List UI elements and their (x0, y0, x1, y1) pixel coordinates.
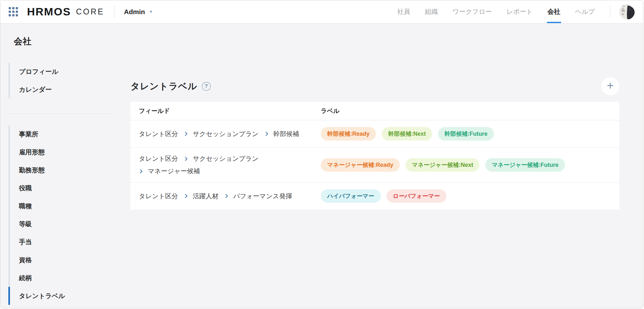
column-header-field: フィールド (130, 107, 321, 115)
sidebar-item[interactable]: 手当 (8, 233, 114, 251)
chevron-right-icon (138, 169, 143, 173)
sidebar-item[interactable]: プロフィール (8, 63, 114, 81)
talent-label-badge: 幹部候補:Future (438, 127, 494, 141)
field-segment: タレント区分 (139, 192, 178, 201)
nav-tab[interactable]: レポート (499, 0, 540, 23)
field-line: タレント区分サクセッションプラン (139, 154, 321, 163)
chevron-right-icon (183, 156, 188, 161)
talent-label-badge: マネージャー候補:Ready (321, 158, 400, 172)
sidebar-item[interactable]: 職種 (8, 197, 114, 215)
table-row[interactable]: タレント区分サクセッションプランマネージャー候補マネージャー候補:Readyマネ… (130, 148, 619, 183)
field-segment: タレント区分 (139, 154, 178, 163)
table-row[interactable]: タレント区分活躍人材パフォーマンス発揮ハイパフォーマーローパフォーマー (130, 183, 619, 210)
talent-label-badge: ハイパフォーマー (321, 189, 381, 203)
header-divider (610, 6, 610, 18)
talent-label-badge: ローパフォーマー (387, 189, 446, 203)
sidebar-group: 事業所雇用形態勤務形態役職職種等級手当資格続柄タレントラベル (8, 125, 114, 305)
badge-list: ハイパフォーマーローパフォーマー (321, 189, 613, 203)
badge-list: 幹部候補:Ready幹部候補:Next幹部候補:Future (321, 127, 613, 141)
field-breadcrumb: タレント区分サクセッションプラン幹部候補 (139, 130, 321, 138)
header-divider (114, 6, 114, 18)
settings-sidebar: プロフィールカレンダー事業所雇用形態勤務形態役職職種等級手当資格続柄タレントラベ… (8, 63, 114, 305)
sidebar-group: プロフィールカレンダー (8, 63, 114, 99)
chevron-right-icon (224, 194, 228, 198)
sidebar-item[interactable]: カレンダー (8, 81, 114, 99)
nav-tab[interactable]: ワークフロー (445, 0, 499, 23)
label-cell: マネージャー候補:Readyマネージャー候補:Nextマネージャー候補:Futu… (321, 158, 619, 172)
field-cell: タレント区分サクセッションプランマネージャー候補 (130, 154, 321, 176)
caret-down-icon: ▼ (149, 9, 153, 14)
field-breadcrumb: タレント区分活躍人材パフォーマンス発揮 (139, 192, 321, 201)
talent-label-badge: 幹部候補:Next (382, 127, 432, 141)
column-header-label: ラベル (321, 107, 619, 115)
page-title: 会社 (14, 36, 32, 47)
nav-tab[interactable]: ヘルプ (568, 0, 602, 23)
badge-list: マネージャー候補:Readyマネージャー候補:Nextマネージャー候補:Futu… (321, 158, 613, 172)
help-icon[interactable]: ? (202, 82, 211, 91)
sidebar-item[interactable]: 役職 (8, 179, 114, 197)
nav-tab[interactable]: 社員 (390, 0, 417, 23)
talent-label-badge: マネージャー候補:Future (485, 158, 565, 172)
field-segment: タレント区分 (139, 130, 178, 138)
chevron-right-icon (183, 194, 188, 198)
user-avatar[interactable] (619, 4, 635, 20)
sidebar-item[interactable]: 資格 (8, 251, 114, 269)
field-line: マネージャー候補 (139, 167, 321, 176)
field-segment: サクセッションプラン (193, 154, 259, 163)
label-cell: ハイパフォーマーローパフォーマー (321, 189, 619, 203)
avatar-image (619, 4, 635, 20)
section-title: タレントラベル (130, 80, 197, 92)
field-segment: サクセッションプラン (193, 130, 259, 138)
top-bar: HRMOS CORE Admin ▼ 社員組織ワークフローレポート会社ヘルプ (0, 0, 643, 23)
app-window: HRMOS CORE Admin ▼ 社員組織ワークフローレポート会社ヘルプ (0, 0, 643, 308)
sidebar-item[interactable]: タレントラベル (8, 287, 114, 305)
sidebar-item[interactable]: 続柄 (8, 269, 114, 287)
talent-label-table: フィールド ラベル タレント区分サクセッションプラン幹部候補幹部候補:Ready… (130, 102, 619, 210)
field-segment: パフォーマンス発揮 (233, 192, 292, 201)
sidebar-item[interactable]: 等級 (8, 215, 114, 233)
main-panel: タレントラベル ? + フィールド ラベル タレント区分サクセッションプラン幹部… (130, 63, 619, 305)
table-body: タレント区分サクセッションプラン幹部候補幹部候補:Ready幹部候補:Next幹… (130, 120, 619, 210)
table-row[interactable]: タレント区分サクセッションプラン幹部候補幹部候補:Ready幹部候補:Next幹… (130, 120, 619, 148)
brand-logo[interactable]: HRMOS (27, 5, 71, 18)
chevron-right-icon (264, 132, 268, 136)
sidebar-item[interactable]: 事業所 (8, 125, 114, 143)
sidebar-item[interactable]: 勤務形態 (8, 161, 114, 179)
talent-label-badge: マネージャー候補:Next (406, 158, 480, 172)
nav-tab[interactable]: 会社 (540, 0, 568, 23)
field-segment: 幹部候補 (273, 130, 299, 138)
workspace-dropdown[interactable]: Admin ▼ (124, 8, 153, 16)
chevron-right-icon (183, 132, 188, 136)
add-label-button[interactable]: + (601, 77, 619, 95)
app-grid-icon[interactable] (9, 7, 18, 16)
field-line: タレント区分活躍人材パフォーマンス発揮 (139, 192, 321, 201)
product-name: CORE (76, 7, 104, 16)
field-cell: タレント区分活躍人材パフォーマンス発揮 (130, 192, 321, 201)
label-cell: 幹部候補:Ready幹部候補:Next幹部候補:Future (321, 127, 619, 141)
table-header-row: フィールド ラベル (130, 102, 619, 120)
talent-label-badge: 幹部候補:Ready (321, 127, 376, 141)
page-title-band: 会社 (0, 23, 643, 59)
field-breadcrumb: タレント区分サクセッションプランマネージャー候補 (139, 154, 321, 176)
workspace-label: Admin (124, 8, 145, 16)
sidebar-item[interactable]: 雇用形態 (8, 143, 114, 161)
header-nav: 社員組織ワークフローレポート会社ヘルプ (390, 0, 602, 23)
sidebar-divider (8, 113, 114, 114)
field-line: タレント区分サクセッションプラン幹部候補 (139, 130, 321, 138)
field-segment: マネージャー候補 (148, 167, 200, 176)
section-header: タレントラベル ? + (130, 77, 619, 95)
nav-tab[interactable]: 組織 (417, 0, 445, 23)
field-segment: 活躍人材 (193, 192, 219, 201)
field-cell: タレント区分サクセッションプラン幹部候補 (130, 130, 321, 138)
